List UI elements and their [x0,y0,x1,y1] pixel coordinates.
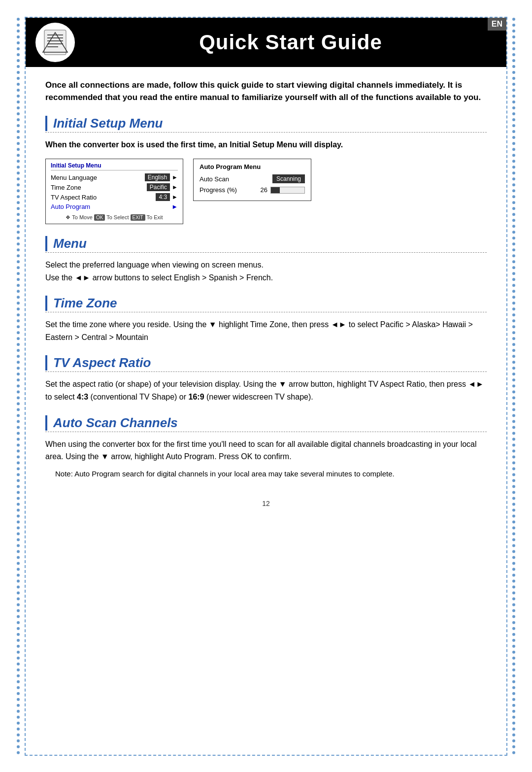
menu-row-language: Menu Language English ► [51,172,178,182]
auto-scan-label: Auto Scan [200,175,229,183]
menu-label-autoprogram: Auto Program [51,203,90,210]
page: Quick Start Guide EN Once all connection… [25,17,507,756]
auto-scan-status: Scanning [272,174,305,183]
ok-key: OK [94,214,105,221]
divider-auto-scan [45,432,487,432]
menu-label-language: Menu Language [51,174,97,181]
divider-timezone [45,312,487,312]
auto-program-title: Auto Program Menu [200,163,305,170]
section-title-menu: Menu [53,236,487,251]
menu-arrow-aspect: ► [172,194,178,201]
section-aspect-ratio: TV Aspect Ratio [45,355,487,370]
page-number: 12 [45,500,487,507]
timezone-body: Set the time zone where you reside. Usin… [45,318,487,343]
progress-row: Progress (%) 26 [200,186,305,194]
menu-body-line2: Use the ◄► arrow buttons to select Engli… [45,273,273,282]
timezone-body-line1: Set the time zone where you reside. Usin… [45,320,473,341]
menu-arrow-autoprogram: ► [171,203,178,210]
menu-label-timezone: Time Zone [51,184,81,191]
divider-initial-setup [45,132,487,133]
aspect-43: 4:3 [77,393,88,401]
progress-label: Progress (%) [200,186,237,194]
menu-value-timezone: Pacific [147,183,170,191]
menu-body-line1: Select the preferred language when viewi… [45,261,264,269]
nav-hint: ❖ To Move OK To Select EXIT To Exit [51,214,178,221]
intro-text: Once all connections are made, follow th… [45,79,487,104]
section-menu: Menu [45,236,487,251]
progress-fill [271,187,280,193]
progress-bar-container: 26 [261,186,305,194]
section-title-aspect-ratio: TV Aspect Ratio [53,355,487,370]
auto-scan-body-line1: When using the converter box for the fir… [45,440,477,461]
section-auto-scan: Auto Scan Channels [45,415,487,431]
menu-body: Select the preferred language when viewi… [45,259,487,284]
progress-bar [270,187,305,194]
progress-value: 26 [261,186,267,194]
page-title: Quick Start Guide [85,31,497,54]
setup-menu-box: Initial Setup Menu Menu Language English… [45,159,183,224]
menu-row-aspect: TV Aspect Ratio 4:3 ► [51,192,178,202]
aspect-169: 16:9 [189,393,204,401]
logo [35,23,75,62]
setup-menu-title: Initial Setup Menu [51,162,178,170]
auto-program-box: Auto Program Menu Auto Scan Scanning Pro… [193,159,311,201]
menu-label-aspect: TV Aspect Ratio [51,194,97,201]
menu-value-language: English [145,173,170,181]
section-title-auto-scan: Auto Scan Channels [53,415,487,431]
svg-rect-0 [44,30,66,55]
menu-arrow-timezone: ► [172,184,178,191]
menu-arrow-language: ► [172,174,178,181]
initial-setup-subtitle: When the converter box is used the first… [45,138,487,151]
illustration-area: Initial Setup Menu Menu Language English… [45,159,487,224]
exit-key: EXIT [131,214,145,221]
aspect-ratio-body: Set the aspect ratio (or shape) of your … [45,378,487,403]
menu-row-autoprogram: Auto Program ► [51,202,178,211]
menu-row-timezone: Time Zone Pacific ► [51,182,178,192]
header: Quick Start Guide EN [26,18,506,67]
section-title-timezone: Time Zone [53,296,487,311]
divider-aspect-ratio [45,371,487,372]
auto-scan-body-line2: Note: Auto Program search for digital ch… [55,470,395,478]
auto-scan-body-2: Note: Auto Program search for digital ch… [45,468,487,480]
language-badge: EN [488,18,506,31]
auto-scan-body-1: When using the converter box for the fir… [45,438,487,463]
section-timezone: Time Zone [45,296,487,311]
section-initial-setup: Initial Setup Menu [45,116,487,131]
auto-scan-row: Auto Scan Scanning [200,174,305,183]
divider-menu [45,252,487,253]
menu-value-aspect: 4:3 [156,193,170,201]
section-title-initial-setup: Initial Setup Menu [53,116,487,131]
